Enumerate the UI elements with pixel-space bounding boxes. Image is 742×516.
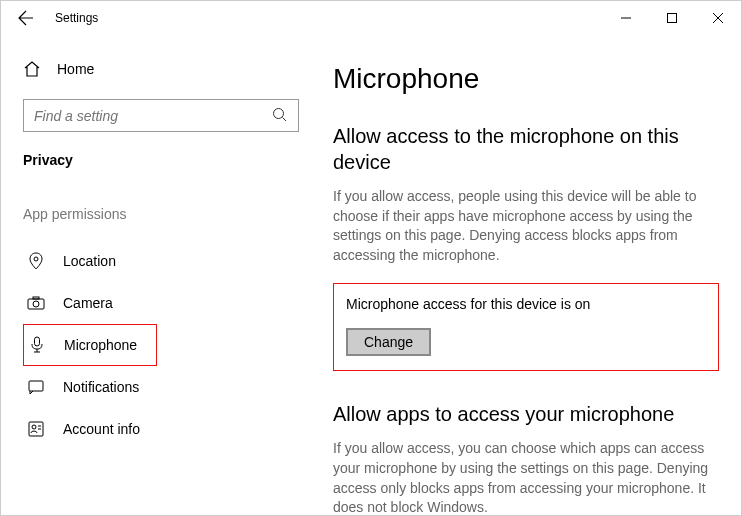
home-nav[interactable]: Home — [23, 51, 299, 87]
section2-title: Allow apps to access your microphone — [333, 401, 719, 427]
titlebar: Settings — [1, 1, 741, 35]
section-title: Privacy — [23, 152, 299, 168]
notifications-icon — [27, 378, 45, 396]
sidebar-item-camera[interactable]: Camera — [23, 282, 299, 324]
section2-desc: If you allow access, you can choose whic… — [333, 439, 719, 516]
group-label: App permissions — [23, 206, 299, 222]
window-controls — [603, 3, 741, 33]
status-box: Microphone access for this device is on … — [333, 283, 719, 371]
nav-label: Microphone — [64, 337, 137, 353]
section1-title: Allow access to the microphone on this d… — [333, 123, 719, 175]
sidebar-item-account-info[interactable]: Account info — [23, 408, 299, 450]
nav-label: Camera — [63, 295, 113, 311]
section1-desc: If you allow access, people using this d… — [333, 187, 719, 265]
minimize-icon — [621, 13, 631, 23]
change-button[interactable]: Change — [346, 328, 431, 356]
svg-rect-9 — [33, 297, 39, 299]
microphone-icon — [28, 336, 46, 354]
location-icon — [27, 252, 45, 270]
search-box[interactable] — [23, 99, 299, 132]
window-title: Settings — [55, 11, 98, 25]
nav-label: Account info — [63, 421, 140, 437]
maximize-icon — [667, 13, 677, 23]
svg-rect-11 — [29, 381, 43, 391]
account-icon — [27, 420, 45, 438]
sidebar: Home Privacy App permissions Location Ca… — [1, 35, 321, 515]
sidebar-item-notifications[interactable]: Notifications — [23, 366, 299, 408]
camera-icon — [27, 294, 45, 312]
svg-point-6 — [34, 257, 38, 261]
sidebar-item-location[interactable]: Location — [23, 240, 299, 282]
status-text: Microphone access for this device is on — [346, 296, 706, 312]
minimize-button[interactable] — [603, 3, 649, 33]
close-button[interactable] — [695, 3, 741, 33]
page-title: Microphone — [333, 63, 719, 95]
svg-rect-10 — [35, 337, 40, 346]
maximize-button[interactable] — [649, 3, 695, 33]
svg-rect-1 — [668, 14, 677, 23]
home-icon — [23, 60, 41, 78]
nav-label: Notifications — [63, 379, 139, 395]
arrow-left-icon — [18, 10, 34, 26]
svg-point-8 — [33, 301, 39, 307]
home-label: Home — [57, 61, 94, 77]
svg-point-13 — [32, 425, 36, 429]
search-input[interactable] — [24, 102, 298, 130]
close-icon — [713, 13, 723, 23]
nav-label: Location — [63, 253, 116, 269]
sidebar-item-microphone[interactable]: Microphone — [23, 324, 157, 366]
content-pane: Microphone Allow access to the microphon… — [321, 35, 741, 515]
back-button[interactable] — [15, 7, 37, 29]
